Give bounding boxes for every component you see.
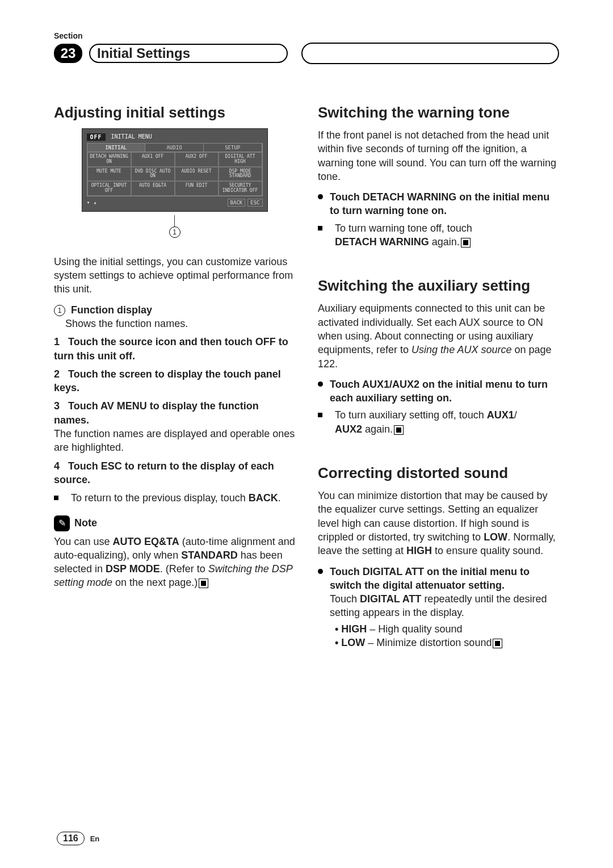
heading-adjusting: Adjusting initial settings (54, 104, 295, 121)
step-3: 3 Touch AV MENU to display the function … (54, 399, 295, 454)
note-header: ✎ Note (54, 515, 295, 531)
ss-tab-initial: INITIAL (87, 144, 146, 152)
ss-cell: DVD DISC AUTO ON (131, 167, 175, 182)
ss-cell: DSP MODE STANDARD (219, 167, 262, 182)
ss-cell: SECURITY INDICATOR OFF (219, 181, 262, 196)
ss-arrows-icon: ▾ ▴ (87, 199, 97, 206)
square-bullet-icon (318, 226, 322, 230)
warning-tone-intro: If the front panel is not detached from … (318, 128, 559, 183)
distorted-intro: You can minimize distortion that may be … (318, 489, 559, 557)
dot-bullet-icon (318, 569, 323, 574)
aux-step: Touch AUX1/AUX2 on the initial menu to t… (318, 378, 559, 405)
option-low: LOW – Minimize distortion sound (335, 636, 559, 649)
ss-cell: AUTO EQ&TA (131, 181, 175, 196)
function-display-desc: Shows the function names. (65, 318, 188, 329)
step-4-bullet: To return to the previous display, touch… (54, 491, 295, 505)
ss-esc-btn: ESC (247, 199, 262, 207)
step-2: 2 Touch the screen to display the touch … (54, 367, 295, 395)
step-4: 4 Touch ESC to return to the display of … (54, 459, 295, 487)
heading-aux-setting: Switching the auxiliary setting (318, 277, 559, 295)
chapter-title-pill: Initial Settings (89, 44, 288, 63)
callout-number: 1 (169, 227, 180, 238)
note-icon: ✎ (54, 515, 70, 531)
ss-tab-setup: SETUP (204, 144, 262, 152)
page-number: 116 (57, 832, 85, 845)
section-label: Section (54, 31, 559, 40)
chapter-title: Initial Settings (97, 45, 190, 61)
chapter-number-badge: 23 (54, 44, 82, 63)
ss-tabs: INITIAL AUDIO SETUP (87, 143, 263, 152)
ss-cell: AUX2 OFF (175, 152, 219, 167)
chapter-header: 23 Initial Settings (54, 43, 559, 64)
page-language: En (90, 835, 100, 843)
heading-distorted-sound: Correcting distorted sound (318, 464, 559, 482)
dot-bullet-icon (318, 381, 323, 387)
ss-back-btn: BACK (228, 199, 246, 207)
ss-menu-title: INITIAL MENU (108, 133, 263, 141)
intro-paragraph: Using the initial settings, you can cust… (54, 255, 295, 296)
step-1: 1 Touch the source icon and then touch O… (54, 335, 295, 363)
dot-bullet-icon (318, 194, 323, 199)
ss-grid: DETACH WARNING ON AUX1 OFF AUX2 OFF DIGI… (87, 152, 263, 196)
aux-sub: To turn auxiliary setting off, touch AUX… (318, 408, 559, 436)
note-body: You can use AUTO EQ&TA (auto-time alignm… (54, 535, 295, 590)
circled-1: 1 (54, 305, 65, 316)
square-bullet-icon (54, 496, 58, 500)
end-mark-icon (493, 639, 502, 648)
ss-cell: OPTICAL INPUT OFF (87, 181, 131, 196)
ss-cell: DETACH WARNING ON (87, 152, 131, 167)
note-label: Note (74, 517, 97, 529)
digital-att-step: Touch DIGITAL ATT on the initial menu to… (318, 565, 559, 620)
step-3-desc: The function names are displayed and ope… (54, 428, 295, 453)
end-mark-icon (394, 425, 404, 435)
ss-cell: FUN EDIT (175, 181, 219, 196)
warning-tone-step: Touch DETACH WARNING on the initial menu… (318, 190, 559, 218)
digital-att-options: HIGH – High quality sound LOW – Minimize… (318, 622, 559, 650)
ss-cell: AUDIO RESET (175, 167, 219, 182)
square-bullet-icon (318, 413, 322, 417)
ss-cell: MUTE MUTE (87, 167, 131, 182)
option-high: HIGH – High quality sound (335, 622, 559, 636)
ss-tab-audio: AUDIO (145, 144, 204, 152)
right-column: Switching the warning tone If the front … (318, 104, 559, 652)
ss-cell: AUX1 OFF (131, 152, 175, 167)
ss-cell: DIGITAL ATT HIGH (219, 152, 262, 167)
warning-tone-sub: To turn warning tone off, touch DETACH W… (318, 221, 559, 249)
left-column: Adjusting initial settings OFF INITIAL M… (54, 104, 295, 652)
function-display-item: 1 Function display Shows the function na… (54, 303, 295, 331)
heading-warning-tone: Switching the warning tone (318, 104, 559, 121)
ss-off-label: OFF (87, 133, 106, 141)
aux-intro: Auxiliary equipments connected to this u… (318, 301, 559, 370)
page-footer: 116 En (57, 832, 99, 845)
device-screenshot: OFF INITIAL MENU INITIAL AUDIO SETUP DET… (82, 128, 268, 212)
screenshot-callout: 1 (54, 215, 295, 238)
manual-page: Section 23 Initial Settings Adjusting in… (0, 0, 613, 868)
end-mark-icon (199, 578, 208, 588)
end-mark-icon (461, 238, 471, 248)
function-display-label: Function display (71, 304, 152, 316)
chapter-empty-pill (301, 43, 559, 64)
